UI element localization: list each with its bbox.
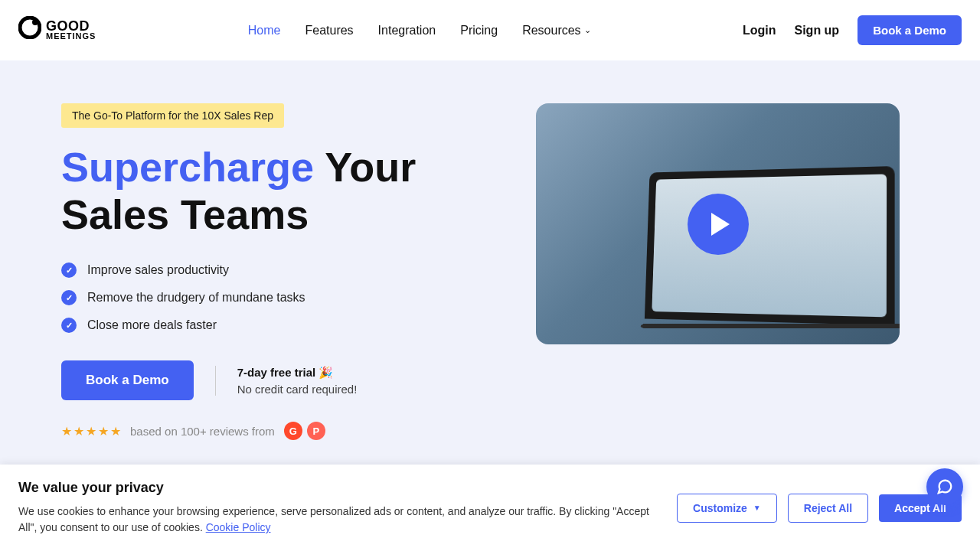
cookie-description: We use cookies to enhance your browsing … xyxy=(18,504,658,536)
g2-badge-icon: G xyxy=(284,422,302,440)
feature-item: Improve sales productivity xyxy=(61,262,490,278)
header-actions: Login Sign up Book a Demo xyxy=(743,15,962,45)
star-icon: ★ xyxy=(74,424,84,439)
cookie-banner: We value your privacy We use cookies to … xyxy=(0,465,980,551)
cookie-title: We value your privacy xyxy=(18,480,658,496)
feature-text: Improve sales productivity xyxy=(87,263,229,277)
producthunt-badge-icon: P xyxy=(307,422,325,440)
main-nav: Home Features Integration Pricing Resour… xyxy=(248,24,591,37)
hero-title: Supercharge Your Sales Teams xyxy=(61,143,490,238)
play-icon xyxy=(711,213,730,236)
feature-list: Improve sales productivity Remove the dr… xyxy=(61,262,490,333)
feature-text: Close more deals faster xyxy=(87,318,217,332)
review-badges: G P xyxy=(284,422,325,440)
trial-info: 7-day free trial 🎉 No credit card requir… xyxy=(215,366,358,396)
laptop-graphic xyxy=(645,166,895,325)
nav-pricing[interactable]: Pricing xyxy=(460,24,498,37)
cookie-actions: Customize ▼ Reject All Accept All xyxy=(677,494,962,523)
chevron-down-icon: ⌄ xyxy=(584,25,591,35)
check-icon xyxy=(61,290,77,305)
cta-row: Book a Demo 7-day free trial 🎉 No credit… xyxy=(61,360,490,400)
chat-widget[interactable] xyxy=(926,468,963,505)
star-icon: ★ xyxy=(61,424,72,439)
signup-link[interactable]: Sign up xyxy=(794,24,839,37)
hero-video xyxy=(536,103,900,344)
feature-item: Close more deals faster xyxy=(61,318,490,333)
logo-meetings: MEETINGS xyxy=(46,33,96,41)
play-button[interactable] xyxy=(688,194,749,255)
check-icon xyxy=(61,318,77,333)
nav-resources-label: Resources xyxy=(522,24,580,37)
cookie-desc-text: We use cookies to enhance your browsing … xyxy=(18,505,649,533)
hero-section: The Go-To Platform for the 10X Sales Rep… xyxy=(0,60,980,520)
hero-book-demo-button[interactable]: Book a Demo xyxy=(61,360,194,400)
nav-features[interactable]: Features xyxy=(305,24,353,37)
customize-button[interactable]: Customize ▼ xyxy=(677,494,777,523)
laptop-base xyxy=(638,324,900,328)
svg-point-1 xyxy=(32,19,38,25)
hero-badge: The Go-To Platform for the 10X Sales Rep xyxy=(61,103,284,128)
star-icon: ★ xyxy=(98,424,109,439)
nav-integration[interactable]: Integration xyxy=(378,24,436,37)
nav-home[interactable]: Home xyxy=(248,24,281,37)
video-thumbnail[interactable] xyxy=(536,103,900,344)
reviews-text: based on 100+ reviews from xyxy=(130,425,275,438)
feature-item: Remove the drudgery of mundane tasks xyxy=(61,290,490,305)
header: GOOD MEETINGS Home Features Integration … xyxy=(0,0,980,60)
reviews-row: ★ ★ ★ ★ ★ based on 100+ reviews from G P xyxy=(61,422,490,440)
logo-icon xyxy=(18,16,41,44)
hero-content: The Go-To Platform for the 10X Sales Rep… xyxy=(61,103,490,440)
login-link[interactable]: Login xyxy=(743,24,776,37)
customize-label: Customize xyxy=(693,502,747,514)
reject-all-button[interactable]: Reject All xyxy=(788,494,868,523)
laptop-screen xyxy=(652,174,887,318)
logo-text: GOOD MEETINGS xyxy=(46,20,96,40)
star-rating: ★ ★ ★ ★ ★ xyxy=(61,424,121,439)
nav-resources[interactable]: Resources ⌄ xyxy=(522,24,590,37)
check-icon xyxy=(61,262,77,278)
star-icon: ★ xyxy=(110,424,121,439)
logo[interactable]: GOOD MEETINGS xyxy=(18,16,96,44)
star-icon: ★ xyxy=(86,424,96,439)
header-book-demo-button[interactable]: Book a Demo xyxy=(858,15,962,45)
trial-subtitle: No credit card required! xyxy=(237,383,358,396)
cookie-text: We value your privacy We use cookies to … xyxy=(18,480,658,536)
caret-down-icon: ▼ xyxy=(753,504,761,512)
hero-title-highlight: Supercharge xyxy=(61,144,314,190)
trial-title: 7-day free trial 🎉 xyxy=(237,366,358,380)
cookie-policy-link[interactable]: Cookie Policy xyxy=(206,521,271,533)
feature-text: Remove the drudgery of mundane tasks xyxy=(87,291,305,305)
chat-icon xyxy=(936,478,953,495)
